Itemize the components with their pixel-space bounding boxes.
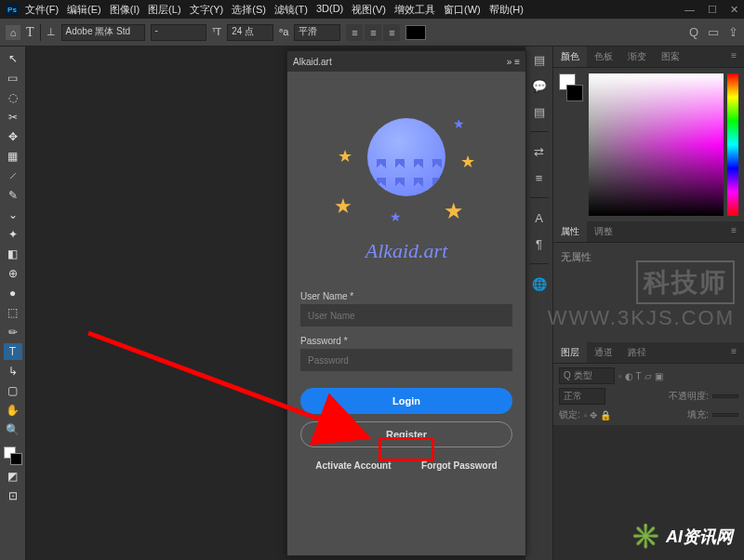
maximize-icon[interactable]: ☐ <box>708 4 717 16</box>
lock-pixels-icon[interactable]: ▫ <box>584 410 588 420</box>
shape-tool-icon[interactable]: ▢ <box>4 382 22 399</box>
menu-edit[interactable]: 编辑(E) <box>63 1 105 19</box>
tab-swatches[interactable]: 色板 <box>587 47 620 67</box>
tab-color[interactable]: 颜色 <box>553 47 587 67</box>
styles-panel-icon[interactable]: ≡ <box>530 168 549 187</box>
menu-file[interactable]: 文件(F) <box>21 1 62 19</box>
filter-shape-icon[interactable]: ▱ <box>644 371 652 381</box>
paragraph-panel-icon[interactable]: ¶ <box>530 234 549 253</box>
brush-tool-icon[interactable]: ✎ <box>4 187 22 204</box>
tool-preset-icon[interactable]: T <box>26 25 34 40</box>
stamp-tool-icon[interactable]: ⌄ <box>4 207 22 223</box>
color-swatches[interactable] <box>4 447 22 465</box>
menu-view[interactable]: 视图(V) <box>348 1 390 19</box>
star-icon: ★ <box>390 209 402 224</box>
pen-tool-icon[interactable]: ✏ <box>4 324 22 340</box>
crop-tool-icon[interactable]: ✂ <box>4 109 22 126</box>
font-size-dropdown[interactable]: 24 点 <box>227 24 273 41</box>
path-select-tool-icon[interactable]: ↳ <box>4 363 22 380</box>
eraser-tool-icon[interactable]: ◧ <box>4 246 22 262</box>
opacity-input[interactable] <box>712 394 738 398</box>
gradient-tool-icon[interactable]: ⊕ <box>4 265 22 282</box>
comments-panel-icon[interactable]: 💬 <box>530 76 549 95</box>
libraries-panel-icon[interactable]: ▤ <box>530 102 549 121</box>
lock-position-icon[interactable]: ✥ <box>590 410 597 420</box>
filter-adjust-icon[interactable]: ◐ <box>625 371 633 381</box>
menu-select[interactable]: 选择(S) <box>228 1 270 19</box>
activate-account-link[interactable]: Activate Account <box>315 460 391 471</box>
lock-all-icon[interactable]: 🔒 <box>600 410 611 420</box>
tab-paths[interactable]: 路径 <box>620 342 654 363</box>
menu-3d[interactable]: 3D(D) <box>312 1 347 19</box>
screenmode-icon[interactable]: ⊡ <box>4 487 22 504</box>
quickmask-icon[interactable]: ◩ <box>4 468 22 485</box>
zoom-tool-icon[interactable]: 🔍 <box>4 421 22 438</box>
move-tool-icon[interactable]: ↖ <box>4 50 22 67</box>
menu-type[interactable]: 文字(Y) <box>186 1 228 19</box>
password-input[interactable] <box>300 349 512 371</box>
history-panel-icon[interactable]: ▤ <box>530 50 549 69</box>
home-icon[interactable]: ⌂ <box>6 25 20 40</box>
username-input[interactable] <box>300 304 512 327</box>
align-center-icon[interactable]: ≡ <box>365 24 381 41</box>
panel-menu-icon[interactable]: ≡ <box>724 342 744 363</box>
hue-slider[interactable] <box>727 73 738 216</box>
menu-plugins[interactable]: 增效工具 <box>391 1 439 19</box>
menu-filter[interactable]: 滤镜(T) <box>271 1 312 19</box>
dodge-tool-icon[interactable]: ⬚ <box>4 304 22 321</box>
marquee-tool-icon[interactable]: ▭ <box>4 70 22 87</box>
lasso-tool-icon[interactable]: ◌ <box>4 89 22 106</box>
panel-bg-swatch[interactable] <box>566 85 583 101</box>
close-icon[interactable]: ✕ <box>730 4 738 16</box>
login-button[interactable]: Login <box>300 388 512 414</box>
history-brush-tool-icon[interactable]: ✦ <box>4 226 22 243</box>
blur-tool-icon[interactable]: ● <box>4 285 22 301</box>
tab-gradients[interactable]: 渐变 <box>620 47 654 67</box>
plugin-collapse-icon[interactable]: » ≡ <box>507 57 520 67</box>
menu-help[interactable]: 帮助(H) <box>485 1 527 19</box>
hand-tool-icon[interactable]: ✋ <box>4 402 22 419</box>
tab-patterns[interactable]: 图案 <box>654 47 687 67</box>
color-field[interactable] <box>589 73 724 216</box>
menu-window[interactable]: 窗口(W) <box>440 1 485 19</box>
eyedropper-tool-icon[interactable]: ▦ <box>4 148 22 165</box>
align-left-icon[interactable]: ≡ <box>346 24 363 41</box>
plugin-panel-icon[interactable]: 🌐 <box>530 274 549 293</box>
tab-channels[interactable]: 通道 <box>587 342 620 363</box>
panel-menu-icon[interactable]: ≡ <box>724 47 744 67</box>
menu-image[interactable]: 图像(I) <box>106 1 143 19</box>
layer-filter-dropdown[interactable]: Q 类型 <box>559 367 615 384</box>
register-button[interactable]: Register <box>300 421 512 447</box>
forgot-password-link[interactable]: Forgot Password <box>421 460 498 471</box>
panel-menu-icon[interactable]: ≡ <box>724 221 744 242</box>
tab-adjustments[interactable]: 调整 <box>587 221 620 242</box>
menu-layer[interactable]: 图层(L) <box>144 1 184 19</box>
text-color-swatch[interactable] <box>405 25 426 40</box>
align-right-icon[interactable]: ≡ <box>383 24 400 41</box>
password-label: Password * <box>300 336 512 346</box>
star-icon: ★ <box>334 194 352 219</box>
character-panel-icon[interactable]: A <box>530 208 549 227</box>
filter-pixel-icon[interactable]: ▫ <box>618 371 622 381</box>
frame-tool-icon[interactable]: ✥ <box>4 128 22 145</box>
share-icon[interactable]: ⇪ <box>728 25 738 39</box>
lock-label: 锁定: <box>559 408 580 421</box>
heal-tool-icon[interactable]: ⟋ <box>4 167 22 184</box>
blend-mode-dropdown[interactable]: 正常 <box>559 388 605 405</box>
tab-layers[interactable]: 图层 <box>553 342 587 363</box>
filter-smart-icon[interactable]: ▣ <box>655 371 663 381</box>
font-style-dropdown[interactable]: - <box>151 24 206 41</box>
fill-input[interactable] <box>712 413 738 417</box>
adjust-panel-icon[interactable]: ⇄ <box>530 142 549 161</box>
toggle-orientation-icon[interactable]: ⊥ <box>46 26 56 38</box>
type-tool-icon[interactable]: T <box>4 343 22 360</box>
layer-list[interactable] <box>553 425 744 560</box>
search-icon[interactable]: Q <box>689 25 698 39</box>
antialias-dropdown[interactable]: 平滑 <box>294 24 340 41</box>
workspace-icon[interactable]: ▭ <box>708 25 719 39</box>
font-family-dropdown[interactable]: Adobe 黑体 Std <box>61 24 145 41</box>
background-swatch[interactable] <box>10 453 22 465</box>
tab-properties[interactable]: 属性 <box>553 221 587 242</box>
minimize-icon[interactable]: — <box>684 4 695 16</box>
filter-type-icon[interactable]: T <box>636 371 642 381</box>
